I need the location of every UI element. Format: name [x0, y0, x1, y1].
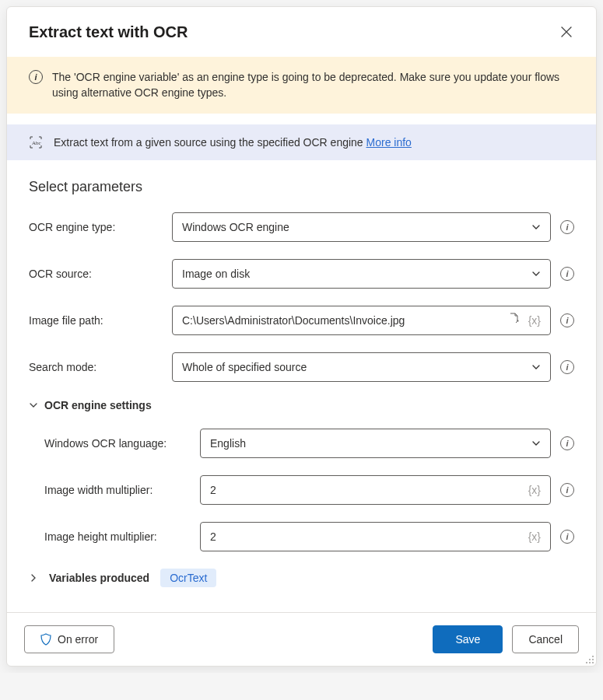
on-error-button[interactable]: On error [24, 625, 114, 653]
field-width-mult: Image width multiplier: {x} i [44, 475, 574, 505]
engine-settings-panel: Windows OCR language: English i Image wi… [29, 429, 574, 551]
close-icon [561, 26, 572, 37]
section-title: Select parameters [29, 179, 574, 195]
input-width-mult[interactable]: {x} [200, 475, 551, 505]
select-language[interactable]: English [200, 429, 551, 458]
field-ocr-source: OCR source: Image on disk i [29, 259, 574, 289]
description-label: Extract text from a given source using t… [54, 136, 366, 149]
dialog: Extract text with OCR i The 'OCR engine … [6, 6, 597, 667]
close-button[interactable] [556, 21, 577, 43]
svg-point-2 [589, 659, 591, 660]
label-engine-type: OCR engine type: [29, 221, 163, 233]
info-icon[interactable]: i [560, 313, 574, 327]
info-icon[interactable]: i [560, 483, 574, 497]
label-language: Windows OCR language: [44, 437, 191, 450]
cancel-button[interactable]: Cancel [512, 625, 579, 653]
label-width-mult: Image width multiplier: [44, 484, 191, 496]
select-ocr-source[interactable]: Image on disk [172, 259, 551, 289]
variable-icon[interactable]: {x} [528, 314, 541, 327]
file-picker-icon[interactable] [508, 313, 521, 327]
description-text: Extract text from a given source using t… [54, 136, 412, 149]
parameters-section: Select parameters OCR engine type: Windo… [7, 160, 596, 551]
cancel-label: Cancel [528, 633, 563, 646]
svg-point-6 [592, 662, 594, 663]
select-search-mode[interactable]: Whole of specified source [172, 352, 551, 382]
info-icon[interactable]: i [560, 436, 574, 450]
variables-produced-toggle[interactable]: Variables produced OcrText [7, 569, 596, 604]
field-engine-type: OCR engine type: Windows OCR engine i [29, 212, 574, 242]
chevron-down-icon [531, 439, 541, 448]
info-icon[interactable]: i [560, 267, 574, 281]
label-height-mult: Image height multiplier: [44, 530, 191, 543]
chevron-down-icon [531, 269, 541, 278]
shield-icon [40, 633, 51, 646]
footer-actions: Save Cancel [433, 625, 579, 653]
field-file-path: Image file path: {x} i [29, 306, 574, 335]
field-search-mode: Search mode: Whole of specified source i [29, 352, 574, 382]
warning-banner: i The 'OCR engine variable' as an engine… [7, 57, 596, 114]
select-value: Windows OCR engine [182, 221, 289, 233]
field-language: Windows OCR language: English i [44, 429, 574, 458]
variables-title: Variables produced [49, 572, 149, 584]
save-label: Save [455, 633, 480, 646]
dialog-footer: On error Save Cancel [7, 612, 596, 666]
save-button[interactable]: Save [433, 625, 503, 653]
info-icon[interactable]: i [560, 360, 574, 374]
info-icon[interactable]: i [560, 530, 574, 544]
svg-point-4 [586, 662, 587, 663]
select-value: Whole of specified source [182, 361, 307, 373]
svg-point-3 [592, 659, 594, 660]
chevron-right-icon [29, 573, 38, 583]
input-height-mult[interactable]: {x} [200, 522, 551, 551]
label-file-path: Image file path: [29, 314, 163, 327]
field-height-mult: Image height multiplier: {x} i [44, 522, 574, 551]
dialog-title: Extract text with OCR [29, 23, 188, 41]
input-file-path[interactable]: {x} [172, 306, 551, 335]
dialog-header: Extract text with OCR [7, 7, 596, 57]
select-value: Image on disk [182, 268, 250, 280]
label-search-mode: Search mode: [29, 361, 163, 373]
svg-point-1 [592, 656, 594, 657]
more-info-link[interactable]: More info [366, 136, 412, 149]
chevron-down-icon [531, 222, 541, 232]
ocr-engine-settings-toggle[interactable]: OCR engine settings [29, 399, 574, 411]
select-engine-type[interactable]: Windows OCR engine [172, 212, 551, 242]
label-ocr-source: OCR source: [29, 268, 163, 280]
description-banner: Abc Extract text from a given source usi… [7, 124, 596, 160]
variable-icon[interactable]: {x} [528, 484, 541, 496]
chevron-down-icon [531, 362, 541, 372]
width-mult-text[interactable] [210, 484, 528, 496]
svg-text:Abc: Abc [32, 140, 41, 146]
select-value: English [210, 437, 246, 450]
chevron-down-icon [29, 401, 38, 410]
variable-icon[interactable]: {x} [528, 530, 541, 543]
height-mult-text[interactable] [210, 530, 528, 543]
variable-pill[interactable]: OcrText [160, 569, 216, 587]
warning-message: The 'OCR engine variable' as an engine t… [52, 69, 577, 101]
engine-settings-title: OCR engine settings [44, 399, 152, 411]
ocr-extract-icon: Abc [29, 135, 43, 149]
on-error-label: On error [58, 633, 98, 646]
file-path-text[interactable] [182, 314, 508, 327]
info-icon[interactable]: i [560, 220, 574, 234]
info-icon: i [29, 70, 43, 84]
resize-grip-icon[interactable] [584, 653, 594, 664]
svg-point-5 [589, 662, 591, 663]
